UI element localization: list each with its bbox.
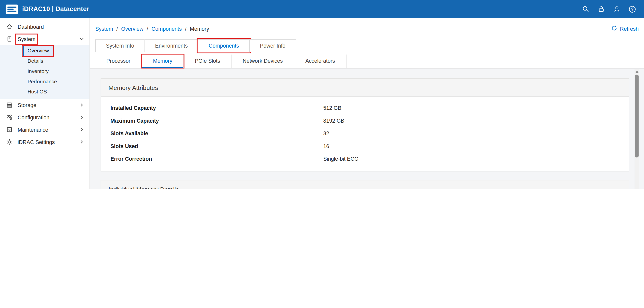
sidebar-item-dashboard[interactable]: Dashboard: [0, 20, 89, 33]
sidebar-subitem-overview[interactable]: Overview: [23, 46, 53, 56]
chevron-right-icon: [79, 127, 84, 132]
breadcrumb-separator: /: [185, 26, 187, 32]
breadcrumb-overview[interactable]: Overview: [121, 26, 143, 32]
sidebar-item-label: Maintenance: [18, 126, 48, 132]
refresh-icon: [611, 25, 617, 32]
sidebar-subitem-inventory[interactable]: Inventory: [23, 66, 53, 77]
scrollbar[interactable]: [635, 69, 639, 189]
sidebar-item-label: System: [18, 36, 36, 42]
breadcrumb-system[interactable]: System: [95, 26, 113, 32]
breadcrumb-separator: /: [116, 26, 118, 32]
system-icon: [6, 36, 13, 42]
user-icon[interactable]: [611, 3, 623, 15]
sidebar-item-idrac-settings[interactable]: iDRAC Settings: [0, 136, 89, 148]
sidebar-item-system[interactable]: System: [0, 33, 89, 45]
sidebar-item-label: Storage: [18, 102, 36, 108]
sidebar-item-configuration[interactable]: Configuration: [0, 111, 89, 123]
card-title: Individual Memory Details: [108, 186, 179, 189]
attribute-row: Installed Capacity 512 GB: [101, 102, 629, 114]
home-icon: [6, 23, 13, 30]
brand: iDRAC10 | Datacenter: [6, 4, 89, 14]
breadcrumb-row: System / Overview / Components / Memory …: [90, 18, 644, 40]
search-icon[interactable]: [579, 3, 591, 15]
idrac-app: iDRAC10 | Datacenter ? Dashboard: [0, 0, 644, 189]
memory-details-card: Individual Memory Details Status: [101, 180, 629, 189]
app-title: iDRAC10 | Datacenter: [22, 5, 89, 13]
scroll-up-arrow-icon[interactable]: [635, 71, 638, 73]
sidebar-item-label: iDRAC Settings: [18, 139, 55, 145]
attribute-row: Error Correction Single-bit ECC: [101, 153, 629, 165]
tab-environments[interactable]: Environments: [144, 39, 198, 52]
breadcrumb-components[interactable]: Components: [151, 26, 182, 32]
memory-attributes-card: Memory Attributes Installed Capacity 512…: [101, 78, 629, 172]
attribute-row: Slots Available 32: [101, 127, 629, 140]
card-header: Memory Attributes: [101, 79, 629, 97]
sidebar: Dashboard System Overview Details Invent…: [0, 18, 90, 189]
tab-system-info[interactable]: System Info: [95, 39, 145, 52]
subtab-processor[interactable]: Processor: [95, 55, 142, 68]
subtab-memory[interactable]: Memory: [142, 55, 184, 68]
subtab-pcie-slots[interactable]: PCIe Slots: [184, 55, 232, 68]
content-area: Memory Attributes Installed Capacity 512…: [90, 69, 644, 189]
chevron-right-icon: [79, 102, 84, 108]
topbar-actions: ?: [579, 3, 638, 15]
attribute-list: Installed Capacity 512 GB Maximum Capaci…: [101, 97, 629, 171]
storage-icon: [6, 102, 13, 108]
svg-text:?: ?: [631, 7, 634, 11]
card-title: Memory Attributes: [108, 84, 158, 91]
subtab-network-devices[interactable]: Network Devices: [232, 55, 294, 68]
sidebar-item-maintenance[interactable]: Maintenance: [0, 123, 89, 136]
subtab-accelerators[interactable]: Accelerators: [294, 55, 346, 68]
subtab-bar: Processor Memory PCIe Slots Network Devi…: [90, 55, 644, 69]
system-submenu: Overview Details Inventory Performance H…: [0, 45, 89, 99]
tab-components[interactable]: Components: [198, 39, 250, 52]
scrollbar-thumb[interactable]: [635, 75, 639, 157]
sidebar-subitem-host-os[interactable]: Host OS: [23, 87, 51, 97]
main-area: System / Overview / Components / Memory …: [90, 18, 644, 189]
maintenance-icon: [6, 126, 13, 133]
breadcrumb: System / Overview / Components / Memory: [95, 26, 209, 32]
refresh-button[interactable]: Refresh: [611, 25, 638, 32]
sidebar-item-label: Dashboard: [18, 24, 44, 30]
sidebar-subitem-performance[interactable]: Performance: [23, 77, 61, 87]
help-icon[interactable]: ?: [626, 3, 638, 15]
tab-power-info[interactable]: Power Info: [249, 39, 296, 52]
chevron-right-icon: [79, 115, 84, 120]
gear-icon: [6, 139, 13, 145]
top-bar: iDRAC10 | Datacenter ?: [0, 0, 644, 18]
breadcrumb-separator: /: [147, 26, 148, 32]
card-header: Individual Memory Details: [101, 181, 629, 189]
idrac-logo-icon: [6, 4, 18, 14]
sidebar-item-storage[interactable]: Storage: [0, 99, 89, 111]
sidebar-subitem-details[interactable]: Details: [23, 56, 47, 66]
sliders-icon: [6, 114, 13, 121]
attribute-row: Maximum Capacity 8192 GB: [101, 114, 629, 127]
chevron-right-icon: [79, 140, 84, 145]
attribute-row: Slots Used 16: [101, 140, 629, 152]
chevron-down-icon: [79, 37, 84, 42]
breadcrumb-memory: Memory: [190, 26, 209, 32]
sidebar-item-label: Configuration: [18, 114, 49, 120]
tab-bar: System Info Environments Components Powe…: [95, 39, 644, 52]
lock-icon[interactable]: [595, 3, 607, 15]
